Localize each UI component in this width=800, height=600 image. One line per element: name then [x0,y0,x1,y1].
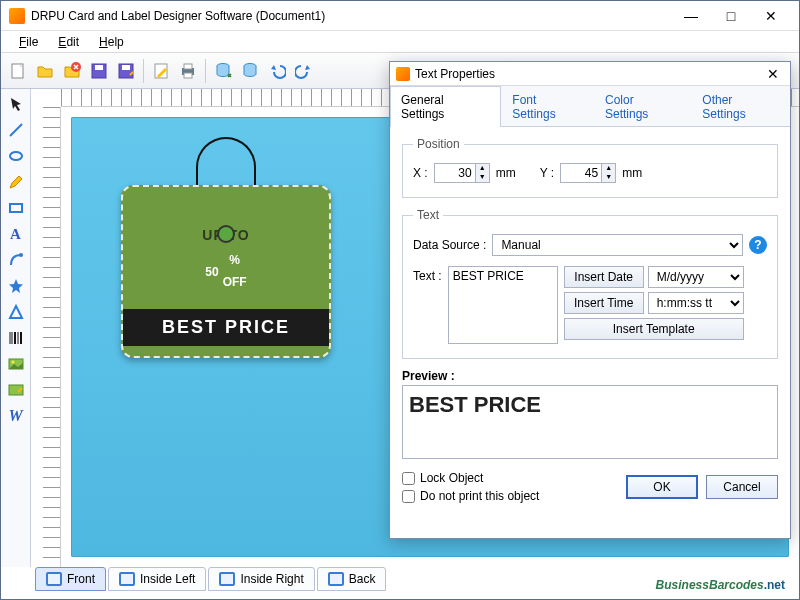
text-legend: Text [413,208,443,222]
svg-point-16 [19,253,23,257]
page-icon [328,572,344,586]
dialog-close-button[interactable]: ✕ [762,66,784,82]
data-source-select[interactable]: Manual [492,234,743,256]
menu-edit[interactable]: Edit [48,33,89,51]
tab-other-settings[interactable]: Other Settings [691,86,790,127]
redo-icon[interactable] [291,58,317,84]
y-spin-down[interactable]: ▼ [601,173,615,182]
y-spin-up[interactable]: ▲ [601,164,615,173]
lock-object-checkbox[interactable] [402,472,415,485]
svg-rect-15 [10,204,22,212]
ellipse-tool-icon[interactable] [5,145,27,167]
page-tab-inside-left[interactable]: Inside Left [108,567,206,591]
x-label: X : [413,166,428,180]
svg-rect-3 [95,65,103,70]
save-as-icon[interactable] [113,58,139,84]
preview-box: BEST PRICE [402,385,778,459]
tag-big-number: 50 [205,243,218,301]
data-source-label: Data Source : [413,238,486,252]
y-input[interactable] [561,164,601,182]
menu-help[interactable]: Help [89,33,134,51]
text-tool-icon[interactable]: A [5,223,27,245]
text-fieldset: Text Data Source : Manual ? Text : BEST … [402,208,778,359]
text-textarea[interactable]: BEST PRICE [448,266,558,344]
x-unit: mm [496,166,516,180]
database-export-icon[interactable] [210,58,236,84]
preview-label: Preview : [402,369,778,383]
close-button[interactable]: ✕ [751,2,791,30]
edit-icon[interactable] [148,58,174,84]
insert-date-button[interactable]: Insert Date [564,266,644,288]
x-spin-down[interactable]: ▼ [475,173,489,182]
page-tab-front[interactable]: Front [35,567,106,591]
svg-point-14 [10,152,22,160]
title-bar: DRPU Card and Label Designer Software (D… [1,1,799,31]
tab-font-settings[interactable]: Font Settings [501,86,594,127]
text-label: Text : [413,269,442,283]
wordart-tool-icon[interactable]: W [5,405,27,427]
app-icon [9,8,25,24]
cancel-button[interactable]: Cancel [706,475,778,499]
page-icon [219,572,235,586]
database-import-icon[interactable] [237,58,263,84]
new-icon[interactable] [5,58,31,84]
rectangle-tool-icon[interactable] [5,197,27,219]
insert-template-button[interactable]: Insert Template [564,318,744,340]
no-print-checkbox[interactable] [402,490,415,503]
svg-line-13 [10,124,22,136]
watermark: BusinessBarcodes.net [648,570,793,595]
position-fieldset: Position X : ▲▼ mm Y : ▲▼ mm [402,137,778,198]
insert-time-button[interactable]: Insert Time [564,292,644,314]
menu-bar: File Edit Help [1,31,799,53]
star-tool-icon[interactable] [5,275,27,297]
x-input[interactable] [435,164,475,182]
page-tab-inside-right[interactable]: Inside Right [208,567,314,591]
svg-rect-9 [184,73,192,78]
tag-off: OFF [223,271,247,293]
menu-file[interactable]: File [9,33,48,51]
side-toolbar: A W [1,89,31,567]
minimize-button[interactable]: — [671,2,711,30]
image-tool-icon[interactable] [5,353,27,375]
line-tool-icon[interactable] [5,119,27,141]
svg-rect-8 [184,64,192,69]
window-title: DRPU Card and Label Designer Software (D… [31,9,671,23]
dialog-icon [396,67,410,81]
save-icon[interactable] [86,58,112,84]
lock-object-label: Lock Object [420,471,483,485]
open-icon[interactable] [32,58,58,84]
tag-percent: % [223,249,247,271]
x-spin-up[interactable]: ▲ [475,164,489,173]
close-file-icon[interactable] [59,58,85,84]
tab-color-settings[interactable]: Color Settings [594,86,691,127]
arc-tool-icon[interactable] [5,249,27,271]
pointer-tool-icon[interactable] [5,93,27,115]
no-print-label: Do not print this object [420,489,539,503]
dialog-title: Text Properties [415,67,762,81]
tab-general-settings[interactable]: General Settings [390,86,501,127]
ruler-vertical [43,107,61,567]
price-tag-graphic[interactable]: UP TO 50 % OFF BEST PRICE [121,137,331,358]
maximize-button[interactable]: □ [711,2,751,30]
print-icon[interactable] [175,58,201,84]
date-format-select[interactable]: M/d/yyyy [648,266,744,288]
triangle-tool-icon[interactable] [5,301,27,323]
position-legend: Position [413,137,464,151]
text-properties-dialog: Text Properties ✕ General Settings Font … [389,61,791,539]
y-label: Y : [540,166,554,180]
svg-point-23 [11,361,14,364]
help-icon[interactable]: ? [749,236,767,254]
page-icon [119,572,135,586]
library-tool-icon[interactable] [5,379,27,401]
undo-icon[interactable] [264,58,290,84]
page-tab-back[interactable]: Back [317,567,387,591]
svg-rect-5 [122,65,130,70]
pencil-tool-icon[interactable] [5,171,27,193]
tag-stripe-text: BEST PRICE [123,309,329,346]
page-icon [46,572,62,586]
barcode-tool-icon[interactable] [5,327,27,349]
time-format-select[interactable]: h:mm:ss tt [648,292,744,314]
y-unit: mm [622,166,642,180]
ok-button[interactable]: OK [626,475,698,499]
page-tabs: Front Inside Left Inside Right Back [35,565,386,593]
